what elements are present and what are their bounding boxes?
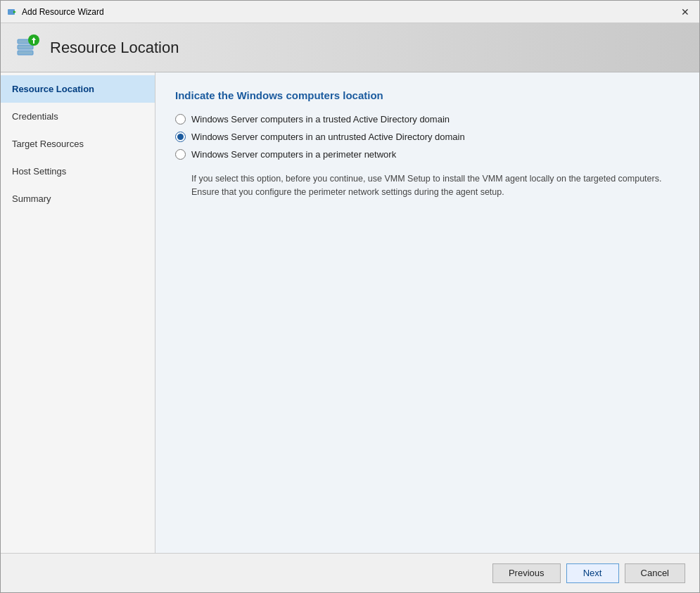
radio-untrusted[interactable] bbox=[175, 132, 186, 142]
radio-perimeter[interactable] bbox=[175, 149, 186, 160]
title-bar-left: Add Resource Wizard bbox=[6, 6, 104, 18]
perimeter-note: If you select this option, before you co… bbox=[191, 172, 680, 199]
close-button[interactable]: ✕ bbox=[677, 4, 694, 20]
next-button[interactable]: Next bbox=[566, 563, 619, 583]
sidebar-item-resource-location[interactable]: Resource Location bbox=[1, 75, 155, 103]
svg-rect-7 bbox=[33, 40, 34, 44]
radio-option-trusted[interactable]: Windows Server computers in a trusted Ac… bbox=[175, 114, 680, 125]
radio-group: Windows Server computers in a trusted Ac… bbox=[175, 114, 680, 199]
sidebar: Resource Location Credentials Target Res… bbox=[1, 72, 155, 553]
previous-button[interactable]: Previous bbox=[492, 563, 561, 583]
svg-rect-4 bbox=[18, 51, 33, 55]
title-bar-icon bbox=[6, 6, 18, 18]
sidebar-item-host-settings[interactable]: Host Settings bbox=[1, 158, 155, 185]
radio-perimeter-label[interactable]: Windows Server computers in a perimeter … bbox=[191, 149, 396, 160]
header-banner: Resource Location bbox=[1, 23, 699, 72]
wizard-window: Add Resource Wizard ✕ Resource Location … bbox=[0, 0, 700, 593]
wizard-header-icon bbox=[15, 34, 40, 61]
radio-trusted[interactable] bbox=[175, 114, 186, 125]
radio-untrusted-label[interactable]: Windows Server computers in an untrusted… bbox=[191, 132, 465, 142]
sidebar-item-summary[interactable]: Summary bbox=[1, 185, 155, 212]
radio-option-untrusted[interactable]: Windows Server computers in an untrusted… bbox=[175, 132, 680, 142]
title-bar-text: Add Resource Wizard bbox=[22, 7, 104, 17]
svg-rect-3 bbox=[18, 45, 33, 49]
cancel-button[interactable]: Cancel bbox=[625, 563, 685, 583]
radio-option-perimeter[interactable]: Windows Server computers in a perimeter … bbox=[175, 149, 680, 160]
footer: Previous Next Cancel bbox=[1, 553, 699, 592]
title-bar: Add Resource Wizard ✕ bbox=[1, 1, 699, 23]
radio-trusted-label[interactable]: Windows Server computers in a trusted Ac… bbox=[191, 114, 450, 125]
header-title: Resource Location bbox=[50, 39, 179, 57]
sidebar-item-target-resources[interactable]: Target Resources bbox=[1, 130, 155, 158]
main-content: Resource Location Credentials Target Res… bbox=[1, 72, 699, 553]
content-heading: Indicate the Windows computers location bbox=[175, 89, 680, 101]
sidebar-item-credentials[interactable]: Credentials bbox=[1, 103, 155, 130]
content-panel: Indicate the Windows computers location … bbox=[155, 72, 699, 553]
